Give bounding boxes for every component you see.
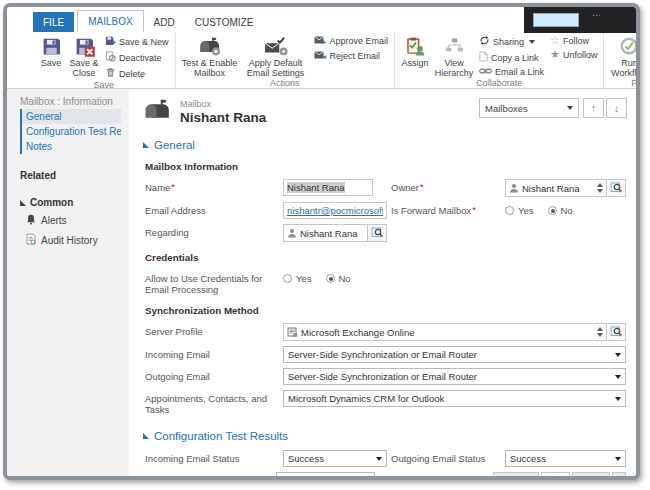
server-profile-spinner[interactable] xyxy=(594,327,606,337)
email-address-label: Email Address xyxy=(145,202,283,216)
save-and-new-button[interactable]: Save & New xyxy=(105,35,169,48)
select-caret-icon xyxy=(615,457,621,461)
owner-lookup[interactable]: Nishant Rana xyxy=(505,179,626,197)
top-search-box[interactable] xyxy=(533,13,579,27)
name-input[interactable]: Nishant Rana xyxy=(283,179,373,196)
top-menu-dots-icon[interactable]: ⋯ xyxy=(592,10,603,20)
subheader-synchronization-method: Synchronization Method xyxy=(145,305,636,316)
date-picker-button[interactable] xyxy=(541,472,570,476)
sidebar-item-alerts[interactable]: Alerts xyxy=(26,214,129,227)
regarding-lookup-button[interactable] xyxy=(367,225,386,241)
server-profile-icon xyxy=(284,327,298,338)
view-selector[interactable]: Mailboxes xyxy=(479,98,579,118)
test-enable-mailbox-button[interactable]: Test & Enable Mailbox xyxy=(179,32,241,78)
incoming-email-select[interactable]: Server-Side Synchronization or Email Rou… xyxy=(283,346,626,363)
server-profile-lookup-button[interactable] xyxy=(606,324,625,340)
regarding-lookup[interactable]: Nishant Rana xyxy=(283,224,387,242)
tab-mailbox[interactable]: MAILBOX xyxy=(77,10,143,32)
email-a-link-button[interactable]: Email a Link xyxy=(479,67,544,77)
is-forward-yes-radio[interactable]: Yes xyxy=(505,205,534,216)
server-profile-field-wrap: Microsoft Exchange Online xyxy=(283,323,626,341)
section-configuration-test-results[interactable]: Configuration Test Results xyxy=(143,430,636,442)
ribbon-group-collaborate: Assign View Hierarchy Sharing xyxy=(395,32,604,88)
is-forward-no-radio[interactable]: No xyxy=(548,205,573,216)
appointments-status-select[interactable]: Not Run xyxy=(276,472,375,476)
common-expand-icon xyxy=(20,200,26,206)
subheader-mailbox-information: Mailbox Information xyxy=(145,161,636,172)
down-arrow-icon: ↓ xyxy=(614,102,620,114)
outgoing-email-status-select[interactable]: Success xyxy=(505,450,626,467)
owner-label: Owner* xyxy=(391,179,503,193)
owner-lookup-button[interactable] xyxy=(606,180,625,196)
reject-email-button[interactable]: Reject Email xyxy=(314,50,389,62)
deactivate-button[interactable]: Deactivate xyxy=(105,51,169,64)
sharing-button[interactable]: Sharing xyxy=(479,35,544,48)
tab-customize[interactable]: CUSTOMIZE xyxy=(185,12,264,32)
incoming-email-status-label: Incoming Email Status xyxy=(145,450,283,464)
select-caret-icon xyxy=(615,375,621,379)
delete-button[interactable]: Delete xyxy=(105,67,169,80)
email-address-input[interactable]: nishantr@pocmicrosoft.onmicrosoft.cor xyxy=(283,202,387,219)
view-hierarchy-button[interactable]: View Hierarchy xyxy=(432,32,476,78)
person-icon xyxy=(284,228,297,238)
server-profile-lookup[interactable]: Microsoft Exchange Online xyxy=(283,323,626,341)
select-caret-icon xyxy=(376,457,382,461)
audit-history-icon xyxy=(26,233,36,247)
row-incoming-email: Incoming Email Server-Side Synchronizati… xyxy=(145,346,626,363)
sharing-dropdown-caret-icon xyxy=(529,40,535,44)
allow-credentials-yes-radio[interactable]: Yes xyxy=(283,273,312,284)
owner-spinner[interactable] xyxy=(594,183,606,193)
email-link[interactable]: nishantr@pocmicrosoft.onmicrosoft.cor xyxy=(287,205,383,216)
incoming-email-status-select[interactable]: Success xyxy=(283,450,387,467)
delete-icon xyxy=(105,67,116,80)
sidebar-item-notes[interactable]: Notes xyxy=(22,139,121,154)
follow-star-icon: ☆ xyxy=(550,35,560,46)
appointments-status-label: Appointments, Contacts, and Tasks Status xyxy=(145,472,276,476)
deactivate-icon xyxy=(105,51,116,64)
row-allow-credentials: Allow to Use Credentials for Email Proce… xyxy=(145,270,626,295)
regarding-label: Regarding xyxy=(145,224,283,238)
ribbon-group-process: Run Workflow Start Dialog Process xyxy=(604,32,640,88)
assign-button[interactable]: Assign xyxy=(398,32,432,78)
record-navigator: Mailboxes ↑ ↓ xyxy=(479,98,627,118)
approve-email-button[interactable]: Approve Email xyxy=(314,35,389,47)
email-link-icon xyxy=(479,67,492,77)
sidebar-item-audit-history[interactable]: Audit History xyxy=(26,233,129,247)
section-general[interactable]: General xyxy=(143,139,636,151)
outgoing-email-field-wrap: Server-Side Synchronization or Email Rou… xyxy=(283,368,626,385)
row-server-profile: Server Profile Microsoft Exchange Online xyxy=(145,323,626,341)
sidebar-common-group[interactable]: Common xyxy=(20,197,129,208)
top-nav-bar: ⋯ xyxy=(524,7,636,33)
app-window: ⋯ FILE MAILBOX ADD CUSTOMIZE Save xyxy=(3,3,640,480)
is-forward-field-wrap: Yes No xyxy=(505,202,626,216)
form-navigation-sidebar: Mailbox : Information General Configurat… xyxy=(7,89,129,476)
save-button[interactable]: Save xyxy=(36,32,66,80)
row-email-forward: Email Address nishantr@pocmicrosoft.onmi… xyxy=(145,202,626,219)
previous-record-button[interactable]: ↑ xyxy=(583,98,604,118)
row-name-owner: Name* Nishant Rana Owner* Nishant Rana xyxy=(145,179,626,197)
appointments-label: Appointments, Contacts, and Tasks xyxy=(145,390,283,415)
allow-credentials-no-radio[interactable]: No xyxy=(326,273,351,284)
follow-button[interactable]: ☆ Follow xyxy=(550,35,597,46)
is-forward-mailbox-label: Is Forward Mailbox* xyxy=(391,202,503,216)
save-and-close-button[interactable]: Save & Close xyxy=(66,32,102,80)
appointments-select[interactable]: Microsoft Dynamics CRM for Outlook xyxy=(283,390,626,407)
sidebar-item-general[interactable]: General xyxy=(22,109,121,124)
tab-file[interactable]: FILE xyxy=(33,12,74,32)
apply-default-email-settings-button[interactable]: Apply Default Email Settings xyxy=(241,32,311,78)
lookup-magnifier-icon xyxy=(371,226,384,240)
next-record-button[interactable]: ↓ xyxy=(606,98,627,118)
sidebar-heading: Mailbox : Information xyxy=(20,96,129,107)
sidebar-item-configuration-test-results[interactable]: Configuration Test Re... xyxy=(22,124,121,139)
test-completed-date-input: 4/2/2015 xyxy=(493,472,539,476)
copy-a-link-button[interactable]: Copy a Link xyxy=(479,51,544,64)
unfollow-button[interactable]: ★ Unfollow xyxy=(550,49,597,60)
row-regarding: Regarding Nishant Rana xyxy=(145,224,626,242)
run-workflow-button[interactable]: Run Workflow xyxy=(607,32,640,78)
form-main-area: Mailboxes ↑ ↓ Mailbox Nishant Rana Gener… xyxy=(129,89,636,476)
outgoing-email-select[interactable]: Server-Side Synchronization or Email Rou… xyxy=(283,368,626,385)
calendar-icon xyxy=(545,475,555,477)
ribbon-group-actions: Test & Enable Mailbox Apply Default Emai… xyxy=(176,32,396,88)
tab-add[interactable]: ADD xyxy=(144,12,185,32)
name-label: Name* xyxy=(145,179,283,193)
